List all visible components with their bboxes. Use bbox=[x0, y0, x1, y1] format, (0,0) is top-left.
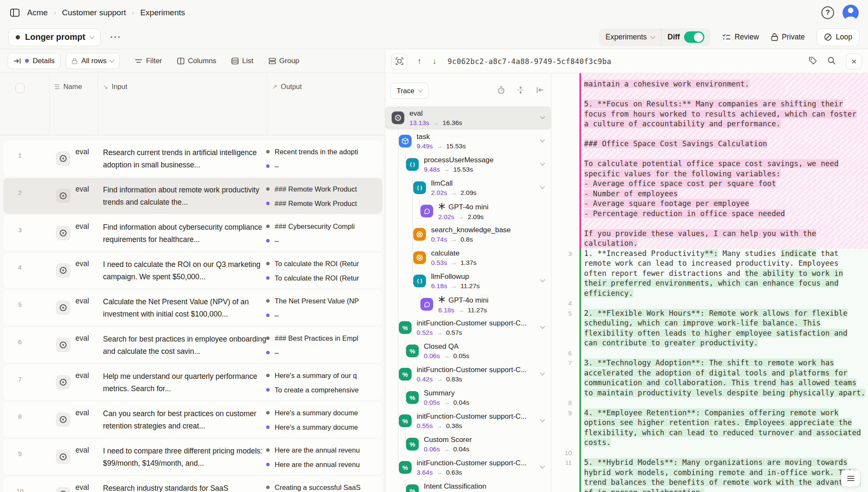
trace-span-row[interactable]: %Intent Classification0.13s→0.09s bbox=[385, 479, 551, 492]
columns-button[interactable]: Columns bbox=[172, 57, 221, 65]
output-line: Here's a summary docume bbox=[266, 422, 381, 432]
review-button[interactable]: Review bbox=[722, 33, 759, 42]
view-options-button[interactable] bbox=[841, 470, 860, 487]
removed-text: 5. **Focus on Results:** Many companies … bbox=[584, 100, 843, 108]
duration-left: 6.18s bbox=[438, 306, 454, 314]
timing-icon[interactable] bbox=[497, 86, 505, 96]
diff-line bbox=[551, 149, 868, 159]
filter-button[interactable]: Filter bbox=[130, 57, 167, 65]
span-durations: 3.64s→0.63s bbox=[417, 469, 527, 476]
duration-right: 0.05s bbox=[453, 352, 469, 359]
trace-span-row[interactable]: calculate0.53s→1.37s bbox=[385, 246, 551, 270]
table-row[interactable]: 8evalCan you search for best practices o… bbox=[3, 402, 382, 437]
table-row[interactable]: 4evalI need to calculate the ROI on our … bbox=[3, 253, 382, 288]
chevron-down-icon[interactable] bbox=[540, 184, 545, 189]
row-name: eval bbox=[75, 334, 89, 343]
tag-icon[interactable] bbox=[809, 56, 817, 67]
trace-span-row[interactable]: GPT-4o mini2.02s→2.09s bbox=[385, 200, 551, 223]
removed-text: calculation. bbox=[584, 239, 637, 247]
line-number: 4 bbox=[551, 298, 579, 309]
table-row[interactable]: 1evalResearch current trends in artifici… bbox=[3, 141, 382, 176]
trace-span-row[interactable]: %Custom Scorer0.06s→0.04s bbox=[385, 433, 551, 456]
trace-span-row[interactable]: GPT-4o mini6.18s→11.27s bbox=[385, 293, 551, 316]
table-row[interactable]: 7evalHelp me understand our quarterly pe… bbox=[3, 364, 382, 400]
chevron-down-icon[interactable] bbox=[540, 370, 545, 375]
diff-toggle[interactable] bbox=[684, 31, 704, 43]
trace-span-row[interactable]: eval13.13s→16.36s bbox=[385, 106, 551, 130]
diff-line: 4 bbox=[551, 298, 868, 309]
trace-span-row[interactable]: %initFunction-Customer support-C...0.55s… bbox=[385, 409, 551, 433]
select-all-checkbox[interactable] bbox=[15, 83, 25, 93]
trace-tree-toolbar: Trace bbox=[385, 73, 551, 106]
chevron-down-icon[interactable] bbox=[540, 417, 545, 422]
chevron-down-icon[interactable] bbox=[540, 114, 545, 119]
row-output-cell: To calculate the ROI (ReturTo calculate … bbox=[266, 259, 381, 287]
chevron-down-icon[interactable] bbox=[540, 464, 545, 468]
loop-button[interactable]: Loop bbox=[817, 28, 860, 46]
added-text-highlight: 2. **Flexible Work Hours**: Remote work … bbox=[584, 309, 848, 317]
breadcrumb-project[interactable]: Customer support bbox=[62, 8, 126, 17]
trace-span-row[interactable]: search_knowledge_base0.74s→0.8s bbox=[385, 223, 551, 246]
duration-left: 0.42s bbox=[417, 375, 433, 383]
line-number bbox=[551, 278, 579, 289]
collapse-vertical-icon[interactable] bbox=[517, 86, 525, 96]
trace-span-row[interactable]: %Summary0.05s→0.04s bbox=[385, 386, 551, 409]
list-button[interactable]: List bbox=[226, 57, 258, 65]
line-number bbox=[551, 209, 579, 219]
trace-panel-header: ↑ ↓ 9c062bc2-a8c7-4a88-9749-5cf840f3c9ba… bbox=[385, 50, 868, 73]
next-row-button[interactable]: ↓ bbox=[433, 57, 437, 66]
expand-trace-button[interactable] bbox=[391, 53, 407, 69]
trace-span-row[interactable]: ()llmFollowup6.18s→11.27s bbox=[385, 270, 551, 293]
row-number: 7 bbox=[13, 375, 27, 383]
chevron-down-icon[interactable] bbox=[540, 277, 545, 282]
view-dropdown[interactable]: Experiments bbox=[599, 33, 661, 42]
chevron-down-icon[interactable] bbox=[540, 161, 545, 165]
eval-icon bbox=[56, 338, 70, 352]
trace-span-row[interactable]: %initFunction-Customer support-C...0.42s… bbox=[385, 363, 551, 386]
trace-span-row[interactable]: ()llmCall2.02s→2.09s bbox=[385, 176, 551, 200]
trace-span-row[interactable]: %initFunction-Customer support-C...3.64s… bbox=[385, 456, 551, 479]
output-line: Here's a summary of our q bbox=[266, 370, 381, 381]
group-button[interactable]: Group bbox=[264, 57, 304, 65]
chevron-down-icon[interactable] bbox=[540, 324, 545, 328]
trace-span-row[interactable]: %initFunction-Customer support-C...0.52s… bbox=[385, 316, 551, 339]
diff-line: accelerated the adoption of digital tool… bbox=[551, 368, 868, 378]
diff-line-content: often report fewer distractions and the … bbox=[579, 269, 868, 279]
table-row[interactable]: 5evalCalculate the Net Present Value (NP… bbox=[3, 290, 382, 325]
trace-span-row[interactable]: ()processUserMessage9.48s→15.53s bbox=[385, 153, 551, 176]
search-icon[interactable] bbox=[827, 56, 836, 67]
details-button[interactable]: Details bbox=[8, 53, 61, 69]
breadcrumb-org[interactable]: Acme bbox=[27, 8, 48, 17]
experiment-selector[interactable]: Longer prompt bbox=[8, 28, 101, 46]
table-row[interactable]: 10evalResearch industry standards for Sa… bbox=[3, 476, 382, 492]
arrow-up-right-icon: ↗ bbox=[272, 83, 278, 91]
column-header-output[interactable]: ↗ Output bbox=[272, 83, 302, 91]
chevron-down-icon[interactable] bbox=[540, 137, 545, 142]
span-durations: 9.48s→15.53s bbox=[424, 166, 493, 173]
previous-row-button[interactable]: ↑ bbox=[417, 57, 422, 66]
table-row[interactable]: 2evalFind information about remote work … bbox=[3, 178, 382, 214]
table-row[interactable]: 6evalSearch for best practices in employ… bbox=[3, 327, 382, 363]
trace-view-dropdown[interactable]: Trace bbox=[390, 83, 428, 99]
help-icon[interactable]: ? bbox=[821, 6, 834, 19]
private-button[interactable]: Private bbox=[771, 33, 805, 42]
line-number: 10 bbox=[551, 448, 579, 458]
table-row[interactable]: 9evalI need to compare three different p… bbox=[3, 439, 382, 475]
column-header-input[interactable]: ↘ Input bbox=[103, 83, 127, 91]
arrow-icon: → bbox=[451, 282, 457, 289]
collapse-left-icon[interactable] bbox=[536, 86, 544, 96]
line-number bbox=[551, 328, 579, 339]
breadcrumb-page[interactable]: Experiments bbox=[140, 8, 185, 17]
gray-bullet-icon bbox=[266, 411, 270, 414]
gray-bullet-icon bbox=[266, 225, 270, 228]
close-panel-button[interactable]: × bbox=[846, 53, 862, 69]
avatar[interactable] bbox=[843, 5, 859, 21]
trace-span-row[interactable]: task9.49s→15.53s bbox=[385, 130, 551, 153]
table-row[interactable]: 3evalFind information about cybersecurit… bbox=[3, 215, 382, 251]
trace-span-row[interactable]: %Closed QA0.06s→0.05s bbox=[385, 339, 551, 363]
rows-filter-dropdown[interactable]: All rows bbox=[66, 53, 120, 69]
sidebar-toggle-icon[interactable] bbox=[9, 7, 20, 18]
arrow-icon: → bbox=[436, 422, 443, 429]
more-options-button[interactable]: ··· bbox=[107, 30, 125, 44]
column-header-name[interactable]: ☰ Name bbox=[54, 83, 82, 91]
